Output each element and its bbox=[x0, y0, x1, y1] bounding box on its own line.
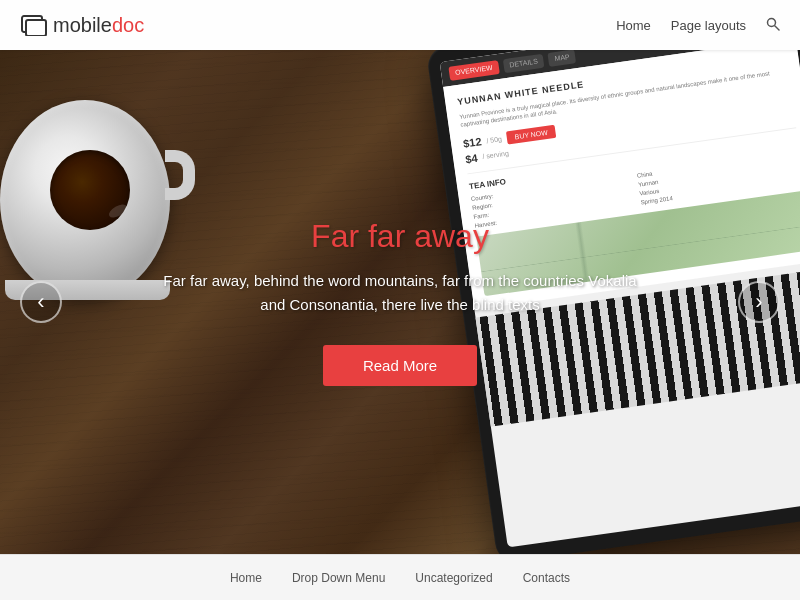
cup-coffee-liquid bbox=[50, 150, 130, 230]
hero-slider: OVERVIEW DETAILS MAP YUNNAN WHITE NEEDLE… bbox=[0, 50, 800, 554]
main-nav: Home Page layouts bbox=[616, 17, 780, 34]
logo[interactable]: mobiledoc bbox=[20, 14, 144, 37]
cup-highlight bbox=[107, 202, 129, 221]
chevron-left-icon: ‹ bbox=[37, 291, 44, 313]
tablet-price-1-amount: $12 bbox=[462, 135, 482, 149]
header: mobiledoc Home Page layouts bbox=[0, 0, 800, 50]
tablet-tab-details: DETAILS bbox=[502, 53, 544, 73]
footer-nav-contacts[interactable]: Contacts bbox=[523, 571, 570, 585]
svg-rect-1 bbox=[26, 20, 46, 36]
slider-next-button[interactable]: › bbox=[738, 281, 780, 323]
svg-line-3 bbox=[775, 26, 779, 30]
logo-text-suffix: doc bbox=[112, 14, 144, 37]
slider-prev-button[interactable]: ‹ bbox=[20, 281, 62, 323]
tablet-price-2-amount: $4 bbox=[465, 152, 479, 166]
footer-nav-uncategorized[interactable]: Uncategorized bbox=[415, 571, 492, 585]
svg-point-2 bbox=[768, 18, 776, 26]
chevron-right-icon: › bbox=[755, 291, 762, 313]
logo-text-prefix: mobile bbox=[53, 14, 112, 37]
footer-nav-dropdown[interactable]: Drop Down Menu bbox=[292, 571, 385, 585]
tablet-tab-overview: OVERVIEW bbox=[448, 60, 499, 81]
tablet-price-1-unit: / 50g bbox=[486, 135, 502, 144]
footer-nav-home[interactable]: Home bbox=[230, 571, 262, 585]
tablet-price-2-unit: / serving bbox=[482, 150, 509, 161]
nav-home[interactable]: Home bbox=[616, 18, 651, 33]
nav-page-layouts[interactable]: Page layouts bbox=[671, 18, 746, 33]
hero-title: Far far away bbox=[160, 218, 640, 255]
cup-handle bbox=[165, 150, 195, 200]
hero-content: Far far away Far far away, behind the wo… bbox=[160, 218, 640, 386]
tablet-tab-map: MAP bbox=[548, 50, 577, 66]
logo-icon bbox=[20, 14, 48, 36]
footer-nav: Home Drop Down Menu Uncategorized Contac… bbox=[0, 554, 800, 600]
read-more-button[interactable]: Read More bbox=[323, 345, 477, 386]
cup-body bbox=[0, 100, 170, 300]
hero-subtitle: Far far away, behind the word mountains,… bbox=[160, 269, 640, 317]
search-icon[interactable] bbox=[766, 17, 780, 34]
